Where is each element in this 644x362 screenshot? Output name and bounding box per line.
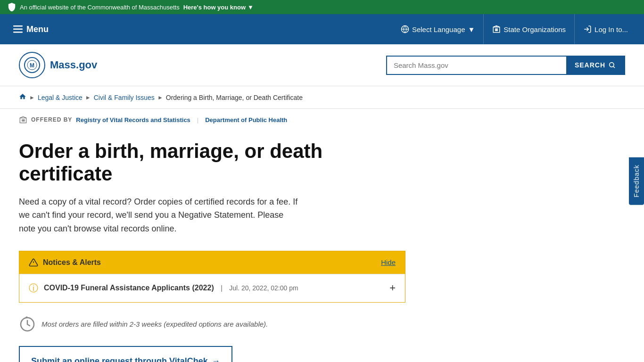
notices-section: Notices & Alerts Hide ⓘ COVID-19 Funeral…	[19, 251, 405, 303]
site-name: Mass.gov	[50, 59, 97, 71]
login-icon	[583, 25, 592, 33]
breadcrumb-legal[interactable]: Legal & Justice	[38, 94, 83, 101]
notices-header: Notices & Alerts Hide	[19, 251, 405, 274]
notice-date-value: Jul. 20, 2022, 02:00 pm	[229, 284, 298, 292]
notice-text: COVID-19 Funeral Assistance Applicants (…	[44, 284, 384, 292]
breadcrumb-sep-1: ►	[29, 94, 35, 101]
breadcrumb-sep-3: ►	[157, 94, 163, 101]
seal-svg: M	[24, 57, 41, 74]
notices-title-area: Notices & Alerts	[29, 258, 101, 267]
building-icon	[492, 25, 501, 33]
notices-title: Notices & Alerts	[43, 258, 101, 267]
vitalchek-link[interactable]: Submit an online request through VitalCh…	[31, 356, 220, 362]
hide-button[interactable]: Hide	[381, 258, 396, 266]
home-icon	[19, 93, 26, 100]
top-banner: An official website of the Commonwealth …	[0, 0, 644, 14]
page-description: Need a copy of a vital record? Order cop…	[19, 195, 302, 236]
breadcrumb-sep-2: ►	[85, 94, 91, 101]
svg-text:M: M	[30, 62, 34, 69]
globe-icon	[401, 25, 409, 33]
nav-actions: Select Language ▼ State Organizations Lo…	[392, 14, 636, 44]
timer-note: Most orders are filled within 2-3 weeks …	[19, 316, 405, 333]
offered-by-label: OFFERED BY	[31, 116, 72, 123]
svg-rect-7	[496, 29, 497, 31]
feedback-tab[interactable]: Feedback	[629, 157, 644, 205]
search-area: SEARCH	[386, 56, 625, 75]
login-link[interactable]: Log In to...	[574, 14, 636, 44]
search-input[interactable]	[387, 57, 566, 74]
search-icon	[608, 61, 616, 69]
warning-icon	[29, 258, 38, 267]
breadcrumb-home[interactable]	[19, 93, 26, 102]
menu-button[interactable]: Menu	[8, 21, 54, 38]
notice-date: |	[221, 284, 223, 292]
translate-button[interactable]: Select Language ▼	[392, 14, 483, 44]
building-small-icon	[19, 115, 27, 124]
main-nav: Menu Select Language ▼ State Organizatio…	[0, 14, 644, 44]
how-you-know-link[interactable]: Here's how you know ▼	[183, 4, 254, 11]
search-button[interactable]: SEARCH	[566, 57, 624, 74]
svg-line-14	[613, 66, 615, 68]
svg-rect-16	[22, 120, 23, 121]
timer-text: Most orders are filled within 2-3 weeks …	[41, 320, 268, 328]
notice-item: ⓘ COVID-19 Funeral Assistance Applicants…	[19, 274, 405, 302]
main-content: Order a birth, marriage, or death certif…	[0, 131, 424, 362]
offered-by: OFFERED BY Registry of Vital Records and…	[0, 109, 644, 131]
breadcrumb: ► Legal & Justice ► Civil & Family Issue…	[0, 86, 644, 109]
svg-rect-0	[13, 25, 23, 27]
official-text: An official website of the Commonwealth …	[20, 4, 180, 11]
offered-divider: |	[197, 116, 198, 123]
page-title: Order a birth, marriage, or death certif…	[19, 140, 405, 186]
department-link[interactable]: Department of Public Health	[205, 116, 287, 123]
svg-rect-17	[24, 120, 25, 121]
hamburger-icon	[13, 25, 23, 33]
state-orgs-link[interactable]: State Organizations	[483, 14, 574, 44]
breadcrumb-current: Ordering a Birth, Marriage, or Death Cer…	[166, 94, 303, 101]
svg-rect-1	[13, 29, 23, 30]
logo-seal: M	[19, 52, 45, 78]
registry-link[interactable]: Registry of Vital Records and Statistics	[76, 116, 190, 123]
notice-title: COVID-19 Funeral Assistance Applicants (…	[44, 284, 214, 292]
vitalchek-section: Submit an online request through VitalCh…	[19, 346, 232, 362]
logo-link[interactable]: M Mass.gov	[19, 52, 97, 78]
shield-icon	[8, 3, 16, 11]
svg-point-13	[610, 63, 614, 67]
svg-rect-2	[13, 32, 23, 33]
breadcrumb-civil[interactable]: Civil & Family Issues	[94, 94, 155, 101]
site-header: M Mass.gov SEARCH	[0, 44, 644, 86]
info-icon: ⓘ	[29, 282, 38, 295]
expand-notice-button[interactable]: +	[389, 283, 396, 293]
clock-icon	[19, 316, 36, 333]
